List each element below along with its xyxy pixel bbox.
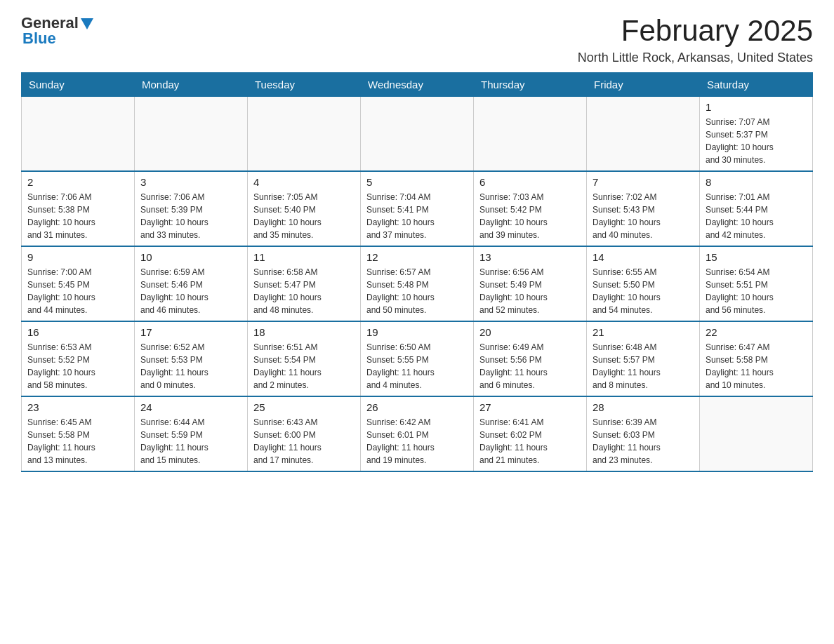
calendar-cell bbox=[361, 97, 474, 172]
day-info: Sunrise: 6:52 AM Sunset: 5:53 PM Dayligh… bbox=[140, 341, 241, 391]
calendar-cell: 3Sunrise: 7:06 AM Sunset: 5:39 PM Daylig… bbox=[135, 171, 248, 246]
calendar-cell: 8Sunrise: 7:01 AM Sunset: 5:44 PM Daylig… bbox=[700, 171, 813, 246]
day-number: 28 bbox=[593, 401, 694, 413]
weekday-header-wednesday: Wednesday bbox=[361, 73, 474, 97]
calendar-cell: 7Sunrise: 7:02 AM Sunset: 5:43 PM Daylig… bbox=[587, 171, 700, 246]
day-number: 26 bbox=[366, 401, 468, 413]
day-info: Sunrise: 6:43 AM Sunset: 6:00 PM Dayligh… bbox=[253, 416, 355, 467]
day-info: Sunrise: 6:49 AM Sunset: 5:56 PM Dayligh… bbox=[479, 341, 581, 391]
calendar-cell: 2Sunrise: 7:06 AM Sunset: 5:38 PM Daylig… bbox=[22, 171, 135, 246]
calendar-body: 1Sunrise: 7:07 AM Sunset: 5:37 PM Daylig… bbox=[22, 97, 813, 472]
calendar-cell: 16Sunrise: 6:53 AM Sunset: 5:52 PM Dayli… bbox=[22, 321, 135, 396]
calendar-cell: 14Sunrise: 6:55 AM Sunset: 5:50 PM Dayli… bbox=[587, 246, 700, 321]
day-info: Sunrise: 7:06 AM Sunset: 5:39 PM Dayligh… bbox=[140, 191, 241, 241]
day-info: Sunrise: 7:03 AM Sunset: 5:42 PM Dayligh… bbox=[479, 191, 581, 241]
calendar-cell: 26Sunrise: 6:42 AM Sunset: 6:01 PM Dayli… bbox=[361, 396, 474, 471]
day-info: Sunrise: 7:06 AM Sunset: 5:38 PM Dayligh… bbox=[27, 191, 128, 241]
day-info: Sunrise: 6:56 AM Sunset: 5:49 PM Dayligh… bbox=[479, 266, 581, 316]
day-number: 3 bbox=[140, 176, 241, 188]
day-info: Sunrise: 6:48 AM Sunset: 5:57 PM Dayligh… bbox=[593, 341, 694, 391]
calendar-cell bbox=[700, 396, 813, 471]
calendar-cell: 23Sunrise: 6:45 AM Sunset: 5:58 PM Dayli… bbox=[22, 396, 135, 471]
day-info: Sunrise: 6:51 AM Sunset: 5:54 PM Dayligh… bbox=[253, 341, 355, 391]
calendar-cell: 20Sunrise: 6:49 AM Sunset: 5:56 PM Dayli… bbox=[474, 321, 587, 396]
calendar-week-1: 1Sunrise: 7:07 AM Sunset: 5:37 PM Daylig… bbox=[22, 97, 813, 172]
day-info: Sunrise: 6:42 AM Sunset: 6:01 PM Dayligh… bbox=[366, 416, 468, 467]
day-number: 4 bbox=[253, 176, 355, 188]
day-info: Sunrise: 6:41 AM Sunset: 6:02 PM Dayligh… bbox=[479, 416, 581, 467]
day-number: 14 bbox=[593, 251, 694, 263]
day-number: 9 bbox=[27, 251, 128, 263]
calendar-cell: 11Sunrise: 6:58 AM Sunset: 5:47 PM Dayli… bbox=[248, 246, 361, 321]
day-info: Sunrise: 6:44 AM Sunset: 5:59 PM Dayligh… bbox=[140, 416, 241, 467]
day-number: 2 bbox=[27, 176, 128, 188]
calendar-cell: 21Sunrise: 6:48 AM Sunset: 5:57 PM Dayli… bbox=[587, 321, 700, 396]
weekday-header-tuesday: Tuesday bbox=[248, 73, 361, 97]
day-number: 18 bbox=[253, 326, 355, 338]
calendar-cell: 25Sunrise: 6:43 AM Sunset: 6:00 PM Dayli… bbox=[248, 396, 361, 471]
day-number: 8 bbox=[706, 176, 807, 188]
calendar-cell: 18Sunrise: 6:51 AM Sunset: 5:54 PM Dayli… bbox=[248, 321, 361, 396]
day-number: 20 bbox=[479, 326, 581, 338]
calendar-cell: 4Sunrise: 7:05 AM Sunset: 5:40 PM Daylig… bbox=[248, 171, 361, 246]
weekday-header-thursday: Thursday bbox=[474, 73, 587, 97]
day-info: Sunrise: 6:45 AM Sunset: 5:58 PM Dayligh… bbox=[27, 416, 128, 467]
day-info: Sunrise: 6:47 AM Sunset: 5:58 PM Dayligh… bbox=[706, 341, 807, 391]
weekday-header-friday: Friday bbox=[587, 73, 700, 97]
logo: General Blue bbox=[21, 14, 93, 48]
calendar-week-2: 2Sunrise: 7:06 AM Sunset: 5:38 PM Daylig… bbox=[22, 171, 813, 246]
day-info: Sunrise: 6:57 AM Sunset: 5:48 PM Dayligh… bbox=[366, 266, 468, 316]
day-info: Sunrise: 6:50 AM Sunset: 5:55 PM Dayligh… bbox=[366, 341, 468, 391]
weekday-header-saturday: Saturday bbox=[700, 73, 813, 97]
day-info: Sunrise: 6:55 AM Sunset: 5:50 PM Dayligh… bbox=[593, 266, 694, 316]
day-info: Sunrise: 7:04 AM Sunset: 5:41 PM Dayligh… bbox=[366, 191, 468, 241]
calendar-cell: 27Sunrise: 6:41 AM Sunset: 6:02 PM Dayli… bbox=[474, 396, 587, 471]
weekday-header-monday: Monday bbox=[135, 73, 248, 97]
day-info: Sunrise: 7:07 AM Sunset: 5:37 PM Dayligh… bbox=[706, 116, 807, 166]
day-number: 7 bbox=[593, 176, 694, 188]
calendar-cell: 15Sunrise: 6:54 AM Sunset: 5:51 PM Dayli… bbox=[700, 246, 813, 321]
day-info: Sunrise: 6:53 AM Sunset: 5:52 PM Dayligh… bbox=[27, 341, 128, 391]
calendar-table: SundayMondayTuesdayWednesdayThursdayFrid… bbox=[21, 72, 813, 472]
day-info: Sunrise: 6:39 AM Sunset: 6:03 PM Dayligh… bbox=[593, 416, 694, 467]
calendar-week-5: 23Sunrise: 6:45 AM Sunset: 5:58 PM Dayli… bbox=[22, 396, 813, 471]
day-info: Sunrise: 7:00 AM Sunset: 5:45 PM Dayligh… bbox=[27, 266, 128, 316]
day-number: 27 bbox=[479, 401, 581, 413]
logo-arrow-icon bbox=[81, 18, 93, 32]
calendar-cell: 6Sunrise: 7:03 AM Sunset: 5:42 PM Daylig… bbox=[474, 171, 587, 246]
calendar-cell: 12Sunrise: 6:57 AM Sunset: 5:48 PM Dayli… bbox=[361, 246, 474, 321]
day-number: 22 bbox=[706, 326, 807, 338]
day-info: Sunrise: 7:02 AM Sunset: 5:43 PM Dayligh… bbox=[593, 191, 694, 241]
page-header: General Blue February 2025 North Little … bbox=[21, 14, 813, 65]
calendar-week-3: 9Sunrise: 7:00 AM Sunset: 5:45 PM Daylig… bbox=[22, 246, 813, 321]
calendar-cell bbox=[587, 97, 700, 172]
day-info: Sunrise: 6:58 AM Sunset: 5:47 PM Dayligh… bbox=[253, 266, 355, 316]
day-number: 25 bbox=[253, 401, 355, 413]
day-number: 6 bbox=[479, 176, 581, 188]
day-number: 15 bbox=[706, 251, 807, 263]
day-number: 11 bbox=[253, 251, 355, 263]
calendar-header: SundayMondayTuesdayWednesdayThursdayFrid… bbox=[22, 73, 813, 97]
day-number: 17 bbox=[140, 326, 241, 338]
day-number: 19 bbox=[366, 326, 468, 338]
calendar-cell: 22Sunrise: 6:47 AM Sunset: 5:58 PM Dayli… bbox=[700, 321, 813, 396]
month-title: February 2025 bbox=[578, 14, 813, 48]
day-number: 16 bbox=[27, 326, 128, 338]
day-number: 1 bbox=[706, 101, 807, 113]
day-info: Sunrise: 6:54 AM Sunset: 5:51 PM Dayligh… bbox=[706, 266, 807, 316]
title-area: February 2025 North Little Rock, Arkansa… bbox=[578, 14, 813, 65]
weekday-header-sunday: Sunday bbox=[22, 73, 135, 97]
day-number: 10 bbox=[140, 251, 241, 263]
svg-marker-0 bbox=[81, 18, 93, 29]
calendar-cell: 13Sunrise: 6:56 AM Sunset: 5:49 PM Dayli… bbox=[474, 246, 587, 321]
calendar-cell: 19Sunrise: 6:50 AM Sunset: 5:55 PM Dayli… bbox=[361, 321, 474, 396]
calendar-week-4: 16Sunrise: 6:53 AM Sunset: 5:52 PM Dayli… bbox=[22, 321, 813, 396]
calendar-cell: 1Sunrise: 7:07 AM Sunset: 5:37 PM Daylig… bbox=[700, 97, 813, 172]
calendar-cell: 9Sunrise: 7:00 AM Sunset: 5:45 PM Daylig… bbox=[22, 246, 135, 321]
calendar-cell bbox=[22, 97, 135, 172]
location-title: North Little Rock, Arkansas, United Stat… bbox=[578, 51, 813, 65]
day-info: Sunrise: 6:59 AM Sunset: 5:46 PM Dayligh… bbox=[140, 266, 241, 316]
day-number: 13 bbox=[479, 251, 581, 263]
calendar-cell: 10Sunrise: 6:59 AM Sunset: 5:46 PM Dayli… bbox=[135, 246, 248, 321]
calendar-cell bbox=[135, 97, 248, 172]
